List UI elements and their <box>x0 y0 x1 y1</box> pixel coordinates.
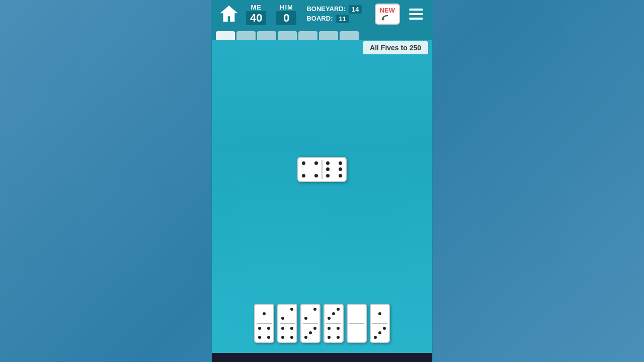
board-info: BONEYARD: 14 BOARD: 11 <box>306 5 362 23</box>
domino-right <box>323 158 346 181</box>
board-label: BOARD: <box>306 15 333 23</box>
him-score: 0 <box>276 11 296 25</box>
tab-strip <box>212 28 432 40</box>
new-label: NEW <box>380 7 395 15</box>
hand-domino-5[interactable] <box>347 304 367 343</box>
svg-marker-0 <box>220 6 238 22</box>
boneyard-label: BONEYARD: <box>306 5 346 14</box>
header: ME 40 HIM 0 BONEYARD: 14 BOARD: 11 NEW <box>212 0 432 28</box>
hand-domino-3[interactable] <box>300 304 320 343</box>
tab-7[interactable] <box>340 31 359 40</box>
hand-domino-6[interactable] <box>370 304 390 343</box>
board-area <box>212 40 432 299</box>
score-section: ME 40 HIM 0 BONEYARD: 14 BOARD: 11 <box>246 4 370 25</box>
me-score-block: ME 40 <box>246 4 266 25</box>
tab-2[interactable] <box>236 31 256 40</box>
hand-domino-2[interactable] <box>277 304 297 343</box>
menu-icon <box>407 7 425 22</box>
hand-domino-4[interactable] <box>324 304 344 343</box>
him-score-block: HIM 0 <box>276 4 296 25</box>
tab-5[interactable] <box>298 31 317 40</box>
home-button[interactable] <box>217 2 241 27</box>
hand-domino-1[interactable] <box>254 304 274 343</box>
me-score: 40 <box>246 11 266 25</box>
board-domino <box>297 157 347 182</box>
boneyard-count: 14 <box>349 5 362 14</box>
tab-1[interactable] <box>216 31 235 40</box>
bottom-bar <box>212 353 432 362</box>
domino-left <box>298 158 321 181</box>
board-count: 11 <box>336 15 349 23</box>
tab-3[interactable] <box>257 31 276 40</box>
tab-6[interactable] <box>319 31 338 40</box>
me-label: ME <box>251 4 262 11</box>
menu-button[interactable] <box>405 5 427 24</box>
new-game-button[interactable]: NEW <box>375 4 400 25</box>
player-hand <box>212 299 432 353</box>
him-label: HIM <box>280 4 293 11</box>
game-container: ME 40 HIM 0 BONEYARD: 14 BOARD: 11 NEW <box>211 0 433 362</box>
tab-4[interactable] <box>278 31 297 40</box>
